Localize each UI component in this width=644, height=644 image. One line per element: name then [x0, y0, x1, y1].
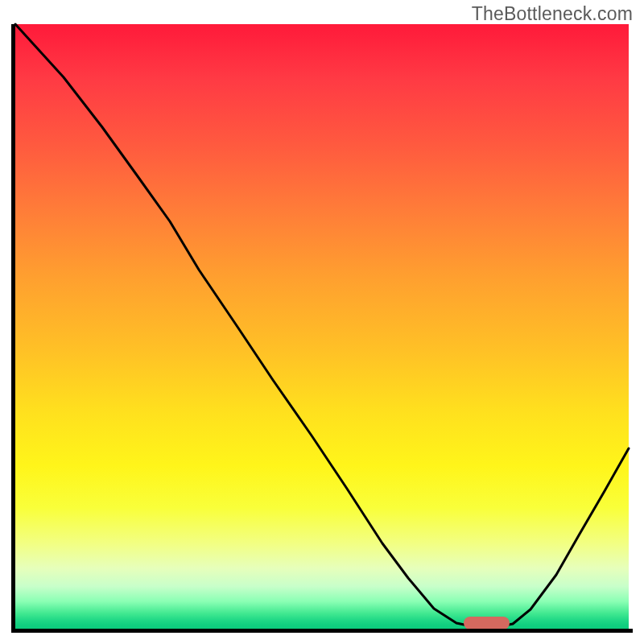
- y-axis-line: [11, 24, 15, 633]
- chart-frame: [11, 24, 633, 633]
- curve-polyline: [15, 24, 629, 627]
- plot-area: [15, 24, 629, 629]
- chart-stage: TheBottleneck.com: [0, 0, 644, 644]
- x-axis-line: [11, 629, 633, 633]
- watermark-text: TheBottleneck.com: [472, 3, 633, 25]
- bottleneck-curve: [15, 24, 629, 629]
- optimal-range-marker: [464, 617, 510, 630]
